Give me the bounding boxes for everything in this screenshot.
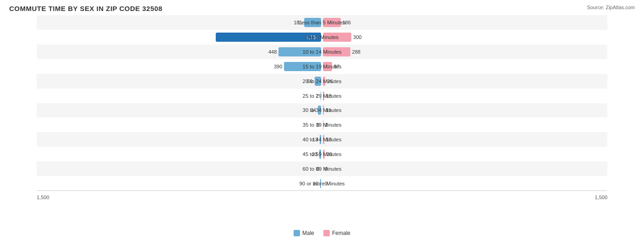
legend-male-color (294, 230, 300, 236)
table-row: 1313 (37, 132, 607, 147)
female-bar (323, 106, 324, 115)
male-bar: 1,110 (216, 33, 321, 42)
female-value: 2 (325, 122, 327, 128)
female-bar (323, 150, 325, 159)
legend: Male Female (294, 230, 350, 236)
female-bar (323, 47, 350, 56)
table-row: 39097 (37, 59, 607, 74)
male-bar (320, 135, 321, 144)
table-row: 00 (37, 162, 607, 176)
male-value: 0 (317, 122, 319, 128)
table-row: 6926 (37, 74, 607, 89)
female-value: 11 (326, 107, 331, 113)
table-row: 181186 (37, 15, 607, 30)
legend-female-label: Female (332, 230, 350, 236)
table-row: 448288 (37, 45, 607, 59)
female-bar (323, 33, 351, 42)
male-bar (278, 47, 321, 56)
male-value: 0 (317, 166, 319, 172)
rows-container: 1811861,11030044828839097692671334110213… (37, 15, 607, 191)
axis-labels: 1,500 1,500 (37, 195, 607, 200)
male-value: 69 (307, 78, 312, 84)
female-bar (323, 135, 324, 144)
male-value: 390 (274, 64, 282, 69)
female-value: 186 (343, 20, 351, 25)
male-bar (315, 77, 321, 86)
male-value: 10 (313, 181, 318, 186)
female-value: 13 (326, 93, 332, 99)
female-bar (323, 91, 324, 100)
table-row: 2020 (37, 147, 607, 162)
chart-title: COMMUTE TIME BY SEX IN ZIP CODE 32508 (9, 5, 635, 12)
female-bar (323, 62, 332, 71)
male-value: 13 (312, 137, 318, 142)
axis-label-right: 1,500 (595, 195, 607, 200)
axis-label-left: 1,500 (37, 195, 49, 200)
female-value: 288 (352, 49, 360, 55)
legend-male-label: Male (302, 230, 314, 236)
female-value: 0 (325, 166, 327, 172)
female-value: 300 (353, 34, 361, 40)
male-bar (284, 62, 321, 71)
female-value: 97 (334, 64, 339, 69)
male-bar (304, 18, 321, 27)
female-value: 0 (325, 181, 327, 186)
legend-female-color (323, 230, 330, 236)
female-bar (323, 18, 341, 27)
female-value: 26 (327, 78, 333, 84)
legend-male: Male (294, 230, 314, 236)
table-row: 100 (37, 176, 607, 191)
chart-area: 1811861,11030044828839097692671334110213… (9, 15, 635, 205)
legend-female: Female (323, 230, 350, 236)
male-bar (321, 91, 321, 100)
male-value: 34 (311, 107, 316, 113)
male-value: 20 (312, 151, 317, 157)
axis-bottom (37, 190, 607, 191)
table-row: 713 (37, 89, 607, 103)
female-value: 20 (327, 151, 332, 157)
male-bar (319, 150, 321, 159)
chart-container: COMMUTE TIME BY SEX IN ZIP CODE 32508 So… (0, 0, 644, 240)
male-bar (318, 106, 321, 115)
table-row: 3411 (37, 103, 607, 118)
source-label: Source: ZipAtlas.com (587, 5, 635, 10)
male-bar (320, 179, 321, 188)
female-bar (323, 77, 325, 86)
table-row: 02 (37, 117, 607, 132)
male-value: 448 (268, 49, 277, 55)
female-value: 13 (326, 137, 332, 142)
table-row: 1,110300 (37, 30, 607, 45)
male-value: 181 (294, 20, 302, 25)
male-value: 7 (316, 93, 318, 99)
